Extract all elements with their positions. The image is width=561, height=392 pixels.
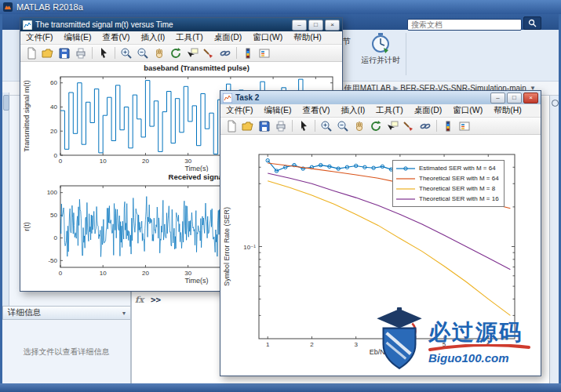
open-folder-icon[interactable] (40, 46, 56, 60)
zoom-in-icon[interactable] (118, 46, 134, 60)
command-prompt: >> (151, 295, 161, 305)
svg-text:Time(s): Time(s) (184, 277, 208, 285)
legend-line-sample (395, 185, 416, 193)
insert-colorbar-icon[interactable] (240, 46, 256, 60)
rotate-3d-icon[interactable] (368, 119, 384, 133)
menu-item-3[interactable]: 插入(I) (335, 105, 370, 116)
svg-text:Transmitted signal m(t): Transmitted signal m(t) (23, 80, 31, 152)
watermark: 必过源码 Biguo100.com (375, 307, 532, 378)
main-titlebar[interactable]: MATLAB R2018a (0, 0, 561, 14)
toolbar-separator (115, 47, 115, 59)
link-plot-icon[interactable] (217, 46, 233, 60)
figure1-menubar: 文件(F)编辑(E)查看(V)插入(I)工具(T)桌面(D)窗口(W)帮助(H) (20, 31, 342, 45)
legend-entry-3: Theoretical SER with M = 16 (395, 194, 499, 204)
menu-item-5[interactable]: 桌面(D) (209, 32, 248, 43)
search-button[interactable] (523, 16, 541, 30)
open-folder-icon[interactable] (240, 119, 256, 133)
print-icon[interactable] (73, 46, 89, 60)
toolbar-separator (236, 47, 237, 59)
menu-item-6[interactable]: 窗口(W) (247, 32, 288, 43)
details-panel-header[interactable]: 详细信息 ▾ (2, 306, 131, 320)
collapse-chevron-icon[interactable]: ▾ (122, 310, 126, 317)
menu-item-1[interactable]: 编辑(E) (58, 32, 97, 43)
menu-item-3[interactable]: 插入(I) (135, 32, 170, 43)
insert-legend-icon[interactable] (457, 119, 472, 133)
svg-text:0: 0 (54, 152, 58, 159)
toolbar-separator (292, 120, 293, 132)
brush-icon[interactable] (401, 119, 417, 133)
details-panel-title: 详细信息 (8, 307, 41, 318)
insert-legend-icon[interactable] (257, 46, 272, 60)
figure1-titlebar[interactable]: The transmitted signal m(t) versus Time … (20, 18, 342, 31)
figure1-toolbar (20, 45, 342, 62)
run-and-time-button[interactable]: 运行并计时 (360, 32, 401, 64)
menu-item-2[interactable]: 查看(V) (97, 32, 135, 43)
svg-text:0: 0 (59, 270, 63, 277)
save-icon[interactable] (56, 46, 72, 60)
fx-button[interactable]: fx (135, 295, 144, 305)
rotate-3d-icon[interactable] (168, 46, 184, 60)
zoom-out-icon[interactable] (135, 46, 151, 60)
figure-icon (23, 20, 32, 30)
menu-item-1[interactable]: 编辑(E) (258, 105, 297, 116)
maximize-button[interactable]: □ (308, 20, 323, 31)
figure2-menubar: 文件(F)编辑(E)查看(V)插入(I)工具(T)桌面(D)窗口(W)帮助(H) (220, 104, 541, 118)
datatip-icon[interactable] (384, 119, 400, 133)
svg-text:10: 10 (100, 158, 107, 165)
svg-text:Symbol Error Rate (SER): Symbol Error Rate (SER) (223, 207, 231, 286)
search-input[interactable] (407, 19, 522, 31)
window-controls: –□× (490, 93, 538, 103)
menu-item-4[interactable]: 工具(T) (370, 105, 408, 116)
svg-text:100: 100 (47, 189, 58, 196)
brush-icon[interactable] (201, 46, 217, 60)
print-icon[interactable] (273, 119, 289, 133)
collapsed-panel-tab[interactable] (3, 95, 9, 111)
graduation-shield-logo-icon (375, 307, 424, 375)
svg-text:3: 3 (354, 341, 358, 348)
menu-item-5[interactable]: 桌面(D) (409, 105, 448, 116)
minimize-button[interactable]: – (490, 93, 505, 103)
window-frame-bottom (0, 383, 561, 392)
menu-item-0[interactable]: 文件(F) (20, 32, 58, 43)
minimize-button[interactable]: – (292, 20, 307, 31)
svg-text:2: 2 (310, 341, 314, 348)
new-doc-icon[interactable] (24, 46, 39, 60)
link-plot-icon[interactable] (417, 119, 433, 133)
svg-text:10: 10 (100, 270, 107, 277)
svg-text:Received signal: Received signal (169, 172, 225, 181)
maximize-button[interactable]: □ (507, 93, 522, 103)
legend-line-sample (395, 175, 416, 183)
pointer-icon[interactable] (296, 119, 311, 133)
insert-colorbar-icon[interactable] (440, 119, 456, 133)
right-panel-strip[interactable] (549, 96, 559, 383)
menu-item-7[interactable]: 帮助(H) (288, 32, 327, 43)
close-button[interactable]: × (523, 93, 538, 103)
details-empty-text: 选择文件以查看详细信息 (24, 347, 110, 358)
svg-text:1: 1 (266, 341, 270, 348)
datatip-icon[interactable] (184, 46, 200, 60)
save-icon[interactable] (257, 119, 272, 133)
menu-item-6[interactable]: 窗口(W) (447, 105, 488, 116)
legend-label: Theoretical SER with M = 64 (419, 175, 499, 182)
zoom-out-icon[interactable] (335, 119, 351, 133)
figure2-titlebar[interactable]: Task 2 –□× (220, 91, 541, 104)
pan-icon[interactable] (352, 119, 367, 133)
pointer-icon[interactable] (96, 46, 111, 60)
menu-item-4[interactable]: 工具(T) (170, 32, 208, 43)
close-button[interactable]: × (325, 20, 340, 31)
doc-search[interactable] (407, 16, 522, 28)
pan-icon[interactable] (151, 46, 167, 60)
menu-item-7[interactable]: 帮助(H) (488, 105, 527, 116)
svg-text:0: 0 (54, 234, 58, 241)
dock-icon[interactable] (552, 100, 559, 107)
details-panel-body: 选择文件以查看详细信息 (2, 320, 131, 383)
svg-text:-50: -50 (48, 257, 57, 264)
svg-text:0: 0 (59, 158, 63, 165)
new-doc-icon[interactable] (224, 119, 239, 133)
zoom-in-icon[interactable] (319, 119, 334, 133)
plot-legend[interactable]: Estimated SER with M = 64Theoretical SER… (392, 160, 505, 207)
menu-item-2[interactable]: 查看(V) (297, 105, 335, 116)
menu-item-0[interactable]: 文件(F) (220, 105, 258, 116)
matlab-logo-icon (3, 2, 13, 12)
figure-icon (223, 93, 232, 103)
